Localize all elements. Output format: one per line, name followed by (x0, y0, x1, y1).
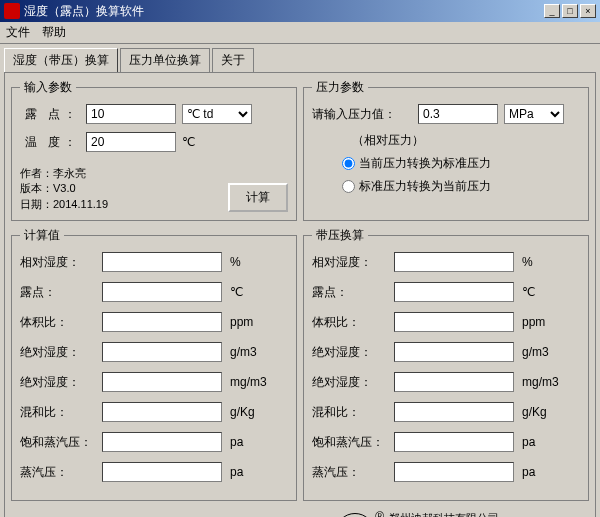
minimize-button[interactable]: _ (544, 4, 560, 18)
pressure-calc-group: 带压换算 相对湿度：% 露点：℃ 体积比：ppm 绝对湿度：g/m3 绝对湿度：… (303, 227, 589, 501)
abs1-label: 绝对湿度： (20, 344, 102, 361)
rh-label: 相对湿度： (20, 254, 102, 271)
p-abs2-output[interactable] (394, 372, 514, 392)
press-calc-legend: 带压换算 (312, 227, 368, 244)
rh-output[interactable] (102, 252, 222, 272)
p-abs2-label: 绝对湿度： (312, 374, 394, 391)
vap-label: 蒸汽压： (20, 464, 102, 481)
p-dew-unit: ℃ (522, 285, 535, 299)
dew-output[interactable] (102, 282, 222, 302)
p-abs1-label: 绝对湿度： (312, 344, 394, 361)
temperature-input[interactable] (86, 132, 176, 152)
pressure-unit-select[interactable]: MPa (504, 104, 564, 124)
sat-unit: pa (230, 435, 243, 449)
p-abs2-unit: mg/m3 (522, 375, 559, 389)
pressure-params-group: 压力参数 请输入压力值： MPa （相对压力） 当前压力转换为标准压力 标准压力… (303, 79, 589, 221)
menu-help[interactable]: 帮助 (42, 24, 66, 41)
p-rh-unit: % (522, 255, 533, 269)
rh-unit: % (230, 255, 241, 269)
tab-humidity[interactable]: 湿度（带压）换算 (4, 48, 118, 72)
pressure-prompt: 请输入压力值： (312, 106, 412, 123)
vol-unit: ppm (230, 315, 253, 329)
vap-unit: pa (230, 465, 243, 479)
abs2-label: 绝对湿度： (20, 374, 102, 391)
dew-label: 露点： (20, 284, 102, 301)
p-vol-output[interactable] (394, 312, 514, 332)
company-logo-icon (335, 513, 375, 517)
dewpoint-label: 露 点： (20, 106, 80, 123)
p-sat-output[interactable] (394, 432, 514, 452)
vol-label: 体积比： (20, 314, 102, 331)
radio-label-2: 标准压力转换为当前压力 (359, 178, 491, 195)
mix-unit: g/Kg (230, 405, 255, 419)
sat-output[interactable] (102, 432, 222, 452)
temperature-label: 温 度： (20, 134, 80, 151)
p-vol-label: 体积比： (312, 314, 394, 331)
temperature-unit: ℃ (182, 135, 222, 149)
dewpoint-unit-select[interactable]: ℃ td (182, 104, 252, 124)
calc-legend: 计算值 (20, 227, 64, 244)
p-rh-output[interactable] (394, 252, 514, 272)
p-sat-unit: pa (522, 435, 535, 449)
abs1-output[interactable] (102, 342, 222, 362)
tab-pressure-unit[interactable]: 压力单位换算 (120, 48, 210, 72)
app-icon (4, 3, 20, 19)
p-vap-output[interactable] (394, 462, 514, 482)
pressure-legend: 压力参数 (312, 79, 368, 96)
vap-output[interactable] (102, 462, 222, 482)
abs1-unit: g/m3 (230, 345, 257, 359)
calc-results-group: 计算值 相对湿度：% 露点：℃ 体积比：ppm 绝对湿度：g/m3 绝对湿度：m… (11, 227, 297, 501)
titlebar: 湿度（露点）换算软件 _ □ × (0, 0, 600, 22)
radio-label-1: 当前压力转换为标准压力 (359, 155, 491, 172)
pressure-hint: （相对压力） (352, 132, 580, 149)
tab-about[interactable]: 关于 (212, 48, 254, 72)
close-button[interactable]: × (580, 4, 596, 18)
abs2-output[interactable] (102, 372, 222, 392)
author-info: 作者：李永亮 版本：V3.0 日期：2014.11.19 (20, 166, 108, 212)
abs2-unit: mg/m3 (230, 375, 267, 389)
window-title: 湿度（露点）换算软件 (24, 3, 144, 20)
mix-label: 混和比： (20, 404, 102, 421)
p-vol-unit: ppm (522, 315, 545, 329)
p-rh-label: 相对湿度： (312, 254, 394, 271)
p-abs1-output[interactable] (394, 342, 514, 362)
vol-output[interactable] (102, 312, 222, 332)
p-abs1-unit: g/m3 (522, 345, 549, 359)
p-sat-label: 饱和蒸汽压： (312, 434, 394, 451)
p-vap-unit: pa (522, 465, 535, 479)
menubar: 文件 帮助 (0, 22, 600, 44)
input-params-group: 输入参数 露 点： ℃ td 温 度： ℃ 作者：李永亮 版本：V3.0 日期：… (11, 79, 297, 221)
radio-current-to-standard[interactable] (342, 157, 355, 170)
company-info: 郑州迪邦科技有限公司 http://www.zzdibang.com 电话：40… (389, 511, 511, 517)
sat-label: 饱和蒸汽压： (20, 434, 102, 451)
calculate-button[interactable]: 计算 (228, 183, 288, 212)
p-dew-label: 露点： (312, 284, 394, 301)
p-dew-output[interactable] (394, 282, 514, 302)
p-vap-label: 蒸汽压： (312, 464, 394, 481)
pressure-input[interactable] (418, 104, 498, 124)
mix-output[interactable] (102, 402, 222, 422)
tab-strip: 湿度（带压）换算 压力单位换算 关于 (0, 44, 600, 72)
menu-file[interactable]: 文件 (6, 24, 30, 41)
p-mix-label: 混和比： (312, 404, 394, 421)
p-mix-unit: g/Kg (522, 405, 547, 419)
radio-standard-to-current[interactable] (342, 180, 355, 193)
maximize-button[interactable]: □ (562, 4, 578, 18)
dew-unit: ℃ (230, 285, 243, 299)
input-legend: 输入参数 (20, 79, 76, 96)
dewpoint-input[interactable] (86, 104, 176, 124)
p-mix-output[interactable] (394, 402, 514, 422)
